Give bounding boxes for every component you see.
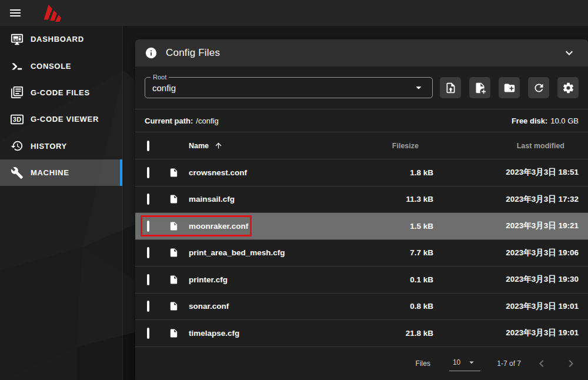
file-name: crowsnest.conf	[189, 168, 376, 177]
panel-title: Config Files	[166, 47, 220, 59]
table-row[interactable]: timelapse.cfg 21.8 kB 2023年3月3日 19:01	[135, 320, 588, 347]
sidebar-item-label: MACHINE	[31, 168, 69, 177]
sidebar-item-label: G-CODE FILES	[31, 88, 90, 97]
file-icon	[169, 194, 179, 204]
file-size: 1.5 kB	[376, 222, 441, 231]
column-header-last-modified[interactable]: Last modified	[441, 142, 588, 150]
file-name: timelapse.cfg	[189, 329, 376, 338]
settings-button[interactable]	[557, 77, 579, 98]
chevron-left-icon	[534, 356, 549, 371]
dropdown-caret-icon	[412, 81, 425, 94]
row-checkbox[interactable]	[147, 274, 149, 285]
create-file-button[interactable]	[469, 77, 490, 98]
select-all-checkbox[interactable]	[147, 141, 149, 151]
chevron-down-icon	[562, 46, 576, 60]
dropdown-caret-icon	[466, 357, 477, 368]
free-disk: Free disk:10.0 GB	[512, 116, 579, 125]
file-plus-icon	[474, 82, 486, 94]
mainsail-logo-icon[interactable]	[38, 4, 65, 22]
sidebar-item-dashboard[interactable]: DASHBOARD	[0, 26, 122, 52]
file-size: 0.8 kB	[376, 302, 441, 311]
panel-toolbar: Root config	[135, 66, 588, 109]
collapse-panel-button[interactable]	[560, 44, 579, 62]
file-modified: 2023年3月3日 19:21	[441, 221, 588, 231]
file-icon	[169, 221, 179, 231]
column-header-name[interactable]: Name	[189, 141, 376, 150]
gcode-files-icon	[10, 85, 24, 99]
hamburger-menu-icon[interactable]	[4, 1, 27, 25]
table-row-highlighted[interactable]: moonraker.conf 1.5 kB 2023年3月3日 19:21	[135, 213, 588, 240]
navigation-drawer: DASHBOARD CONSOLE G-CODE FILES 3D G-CODE…	[0, 26, 123, 380]
config-files-panel: Config Files Root config	[135, 39, 588, 380]
root-select-value: config	[152, 83, 176, 93]
table-header-row: Name Filesize Last modified	[135, 132, 588, 159]
file-upload-icon	[445, 82, 457, 94]
upload-file-button[interactable]	[440, 77, 461, 98]
wrench-icon	[10, 166, 24, 180]
folder-plus-icon	[503, 82, 516, 94]
per-page-select[interactable]: 10	[449, 356, 480, 371]
file-icon	[169, 275, 179, 285]
file-modified: 2023年3月3日 18:51	[441, 167, 588, 178]
table-row[interactable]: crowsnest.conf 1.8 kB 2023年3月3日 18:51	[135, 159, 588, 186]
file-name: mainsail.cfg	[189, 195, 376, 204]
file-icon	[169, 168, 179, 178]
3d-viewer-icon: 3D	[10, 112, 24, 126]
sidebar-item-machine[interactable]: MACHINE	[0, 159, 122, 186]
table-row[interactable]: printer.cfg 0.1 kB 2023年3月3日 19:30	[135, 266, 588, 294]
file-name: sonar.conf	[189, 302, 376, 311]
table-row[interactable]: mainsail.cfg 11.3 kB 2023年3月3日 17:32	[135, 186, 588, 214]
top-app-bar	[0, 0, 588, 26]
console-icon	[10, 59, 24, 73]
file-icon	[169, 248, 179, 258]
row-checkbox[interactable]	[147, 194, 149, 205]
row-checkbox[interactable]	[147, 301, 149, 312]
pagination-range: 1-7 of 7	[497, 359, 521, 368]
root-select-label: Root	[151, 73, 169, 81]
file-size: 21.8 kB	[376, 329, 441, 338]
row-checkbox[interactable]	[147, 167, 149, 178]
sidebar-item-label: G-CODE VIEWER	[31, 115, 99, 124]
refresh-button[interactable]	[528, 77, 549, 98]
toolbar-button-group	[440, 77, 579, 98]
panel-header: Config Files	[135, 39, 588, 66]
free-disk-label: Free disk:	[512, 116, 547, 125]
column-header-filesize[interactable]: Filesize	[376, 142, 441, 150]
next-page-button[interactable]	[562, 355, 580, 372]
root-select[interactable]: Root config	[145, 77, 433, 98]
sidebar-item-history[interactable]: HISTORY	[0, 133, 122, 159]
file-name: moonraker.conf	[189, 222, 376, 231]
row-checkbox[interactable]	[147, 328, 149, 339]
table-row[interactable]: print_area_bed_mesh.cfg 7.7 kB 2023年3月3日…	[135, 240, 588, 267]
previous-page-button[interactable]	[533, 355, 550, 372]
create-folder-button[interactable]	[499, 77, 520, 98]
info-icon[interactable]	[145, 46, 158, 59]
file-modified: 2023年3月3日 19:06	[441, 248, 588, 258]
current-path-value: /config	[196, 116, 218, 125]
sidebar-item-gcode-files[interactable]: G-CODE FILES	[0, 79, 122, 106]
file-size: 1.8 kB	[376, 168, 441, 177]
file-modified: 2023年3月3日 19:01	[441, 328, 588, 338]
file-modified: 2023年3月3日 17:32	[441, 194, 588, 205]
file-modified: 2023年3月3日 19:30	[441, 274, 588, 285]
sort-ascending-icon	[214, 141, 223, 150]
per-page-value: 10	[453, 358, 460, 366]
sidebar-item-console[interactable]: CONSOLE	[0, 52, 122, 79]
sidebar-item-gcode-viewer[interactable]: 3D G-CODE VIEWER	[0, 106, 122, 132]
file-size: 11.3 kB	[376, 195, 441, 204]
sidebar-item-label: CONSOLE	[31, 62, 71, 71]
sidebar-item-label: HISTORY	[31, 142, 67, 151]
file-size: 0.1 kB	[376, 275, 441, 284]
status-bar: Current path:/config Free disk:10.0 GB	[135, 109, 588, 132]
row-checkbox[interactable]	[147, 247, 149, 258]
file-name: print_area_bed_mesh.cfg	[189, 248, 376, 257]
file-icon	[169, 301, 179, 311]
file-name: printer.cfg	[189, 275, 376, 284]
chevron-right-icon	[564, 356, 578, 371]
file-modified: 2023年3月3日 19:01	[441, 301, 588, 312]
row-checkbox[interactable]	[147, 221, 149, 232]
file-icon	[169, 328, 179, 338]
table-row[interactable]: sonar.conf 0.8 kB 2023年3月3日 19:01	[135, 294, 588, 321]
history-icon	[10, 139, 24, 153]
active-indicator	[120, 159, 122, 186]
